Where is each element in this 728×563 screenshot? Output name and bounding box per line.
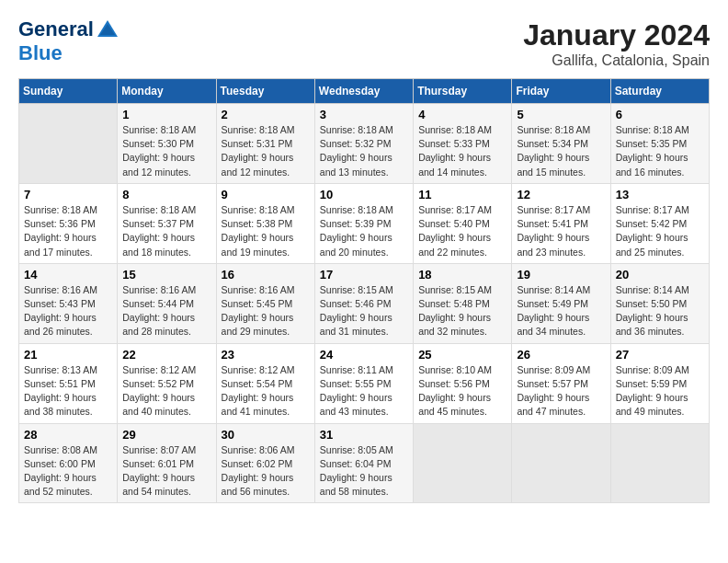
day-info: Sunrise: 8:09 AMSunset: 5:59 PMDaylight:…: [616, 363, 704, 419]
day-number: 13: [616, 188, 704, 201]
day-number: 9: [222, 188, 310, 201]
calendar-table: SundayMondayTuesdayWednesdayThursdayFrid…: [18, 78, 710, 503]
calendar-cell: 7Sunrise: 8:18 AMSunset: 5:36 PMDaylight…: [19, 183, 118, 263]
day-info: Sunrise: 8:15 AMSunset: 5:48 PMDaylight:…: [418, 283, 506, 339]
day-info: Sunrise: 8:11 AMSunset: 5:55 PMDaylight:…: [320, 363, 408, 419]
title-block: January 2024 Gallifa, Catalonia, Spain: [523, 18, 710, 69]
calendar-cell: 28Sunrise: 8:08 AMSunset: 6:00 PMDayligh…: [19, 423, 118, 503]
header-monday: Monday: [118, 79, 216, 104]
header-tuesday: Tuesday: [216, 79, 314, 104]
calendar-cell: 13Sunrise: 8:17 AMSunset: 5:42 PMDayligh…: [610, 183, 709, 263]
calendar-cell: 23Sunrise: 8:12 AMSunset: 5:54 PMDayligh…: [216, 343, 314, 423]
day-info: Sunrise: 8:18 AMSunset: 5:32 PMDaylight:…: [320, 123, 408, 179]
logo: General Blue: [18, 18, 121, 64]
header-sunday: Sunday: [19, 79, 118, 104]
calendar-cell: [414, 423, 512, 503]
calendar-header-row: SundayMondayTuesdayWednesdayThursdayFrid…: [19, 79, 710, 104]
day-number: 29: [122, 428, 210, 442]
day-number: 4: [418, 108, 506, 121]
day-info: Sunrise: 8:12 AMSunset: 5:54 PMDaylight:…: [222, 363, 310, 419]
day-number: 31: [320, 428, 408, 442]
header-friday: Friday: [512, 79, 610, 104]
calendar-cell: 5Sunrise: 8:18 AMSunset: 5:34 PMDaylight…: [512, 104, 610, 184]
day-number: 17: [320, 268, 408, 282]
day-number: 21: [24, 348, 112, 362]
day-info: Sunrise: 8:18 AMSunset: 5:38 PMDaylight:…: [222, 203, 310, 259]
day-number: 15: [122, 268, 210, 282]
day-number: 10: [320, 188, 408, 201]
day-info: Sunrise: 8:14 AMSunset: 5:50 PMDaylight:…: [616, 283, 704, 339]
calendar-cell: [19, 104, 118, 184]
calendar-week-row: 21Sunrise: 8:13 AMSunset: 5:51 PMDayligh…: [19, 343, 710, 423]
header-thursday: Thursday: [414, 79, 512, 104]
header-wednesday: Wednesday: [314, 79, 413, 104]
calendar-cell: 25Sunrise: 8:10 AMSunset: 5:56 PMDayligh…: [414, 343, 512, 423]
day-number: 14: [24, 268, 112, 282]
day-info: Sunrise: 8:18 AMSunset: 5:39 PMDaylight:…: [320, 203, 408, 259]
calendar-week-row: 1Sunrise: 8:18 AMSunset: 5:30 PMDaylight…: [19, 104, 710, 184]
calendar-cell: 14Sunrise: 8:16 AMSunset: 5:43 PMDayligh…: [19, 263, 118, 343]
day-number: 28: [24, 428, 112, 442]
calendar-cell: 22Sunrise: 8:12 AMSunset: 5:52 PMDayligh…: [118, 343, 216, 423]
day-info: Sunrise: 8:18 AMSunset: 5:35 PMDaylight:…: [616, 123, 704, 179]
day-number: 26: [517, 348, 605, 362]
calendar-cell: 26Sunrise: 8:09 AMSunset: 5:57 PMDayligh…: [512, 343, 610, 423]
day-number: 30: [222, 428, 310, 442]
day-number: 18: [418, 268, 506, 282]
day-info: Sunrise: 8:18 AMSunset: 5:31 PMDaylight:…: [222, 123, 310, 179]
calendar-title: January 2024: [523, 18, 710, 52]
day-number: 16: [222, 268, 310, 282]
day-info: Sunrise: 8:18 AMSunset: 5:34 PMDaylight:…: [517, 123, 605, 179]
day-number: 24: [320, 348, 408, 362]
day-number: 8: [122, 188, 210, 201]
day-info: Sunrise: 8:05 AMSunset: 6:04 PMDaylight:…: [320, 443, 408, 500]
day-number: 12: [517, 188, 605, 201]
day-info: Sunrise: 8:17 AMSunset: 5:40 PMDaylight:…: [418, 203, 506, 259]
day-number: 3: [320, 108, 408, 121]
day-info: Sunrise: 8:17 AMSunset: 5:41 PMDaylight:…: [517, 203, 605, 259]
day-number: 25: [418, 348, 506, 362]
calendar-cell: 19Sunrise: 8:14 AMSunset: 5:49 PMDayligh…: [512, 263, 610, 343]
day-info: Sunrise: 8:07 AMSunset: 6:01 PMDaylight:…: [122, 443, 210, 500]
day-number: 23: [222, 348, 310, 362]
calendar-cell: 6Sunrise: 8:18 AMSunset: 5:35 PMDaylight…: [610, 104, 709, 184]
day-number: 27: [616, 348, 704, 362]
day-info: Sunrise: 8:09 AMSunset: 5:57 PMDaylight:…: [517, 363, 605, 419]
day-number: 2: [222, 108, 310, 121]
calendar-cell: 27Sunrise: 8:09 AMSunset: 5:59 PMDayligh…: [610, 343, 709, 423]
calendar-cell: 17Sunrise: 8:15 AMSunset: 5:46 PMDayligh…: [314, 263, 413, 343]
day-info: Sunrise: 8:13 AMSunset: 5:51 PMDaylight:…: [24, 363, 112, 419]
day-number: 6: [616, 108, 704, 121]
day-info: Sunrise: 8:17 AMSunset: 5:42 PMDaylight:…: [616, 203, 704, 259]
day-info: Sunrise: 8:14 AMSunset: 5:49 PMDaylight:…: [517, 283, 605, 339]
day-info: Sunrise: 8:15 AMSunset: 5:46 PMDaylight:…: [320, 283, 408, 339]
day-number: 22: [122, 348, 210, 362]
day-number: 11: [418, 188, 506, 201]
page-header: General Blue January 2024 Gallifa, Catal…: [18, 18, 710, 69]
logo-icon: [96, 18, 119, 42]
calendar-cell: 2Sunrise: 8:18 AMSunset: 5:31 PMDaylight…: [216, 104, 314, 184]
day-number: 1: [122, 108, 210, 121]
day-info: Sunrise: 8:18 AMSunset: 5:37 PMDaylight:…: [122, 203, 210, 259]
calendar-week-row: 28Sunrise: 8:08 AMSunset: 6:00 PMDayligh…: [19, 423, 710, 503]
logo-text: General: [18, 18, 121, 42]
calendar-week-row: 14Sunrise: 8:16 AMSunset: 5:43 PMDayligh…: [19, 263, 710, 343]
calendar-cell: 1Sunrise: 8:18 AMSunset: 5:30 PMDaylight…: [118, 104, 216, 184]
calendar-cell: 30Sunrise: 8:06 AMSunset: 6:02 PMDayligh…: [216, 423, 314, 503]
logo-blue: Blue: [18, 42, 121, 64]
calendar-cell: 16Sunrise: 8:16 AMSunset: 5:45 PMDayligh…: [216, 263, 314, 343]
calendar-cell: 9Sunrise: 8:18 AMSunset: 5:38 PMDaylight…: [216, 183, 314, 263]
day-info: Sunrise: 8:18 AMSunset: 5:30 PMDaylight:…: [122, 123, 210, 179]
calendar-cell: [512, 423, 610, 503]
calendar-cell: 29Sunrise: 8:07 AMSunset: 6:01 PMDayligh…: [118, 423, 216, 503]
calendar-cell: 4Sunrise: 8:18 AMSunset: 5:33 PMDaylight…: [414, 104, 512, 184]
calendar-cell: 8Sunrise: 8:18 AMSunset: 5:37 PMDaylight…: [118, 183, 216, 263]
calendar-cell: 18Sunrise: 8:15 AMSunset: 5:48 PMDayligh…: [414, 263, 512, 343]
day-number: 7: [24, 188, 112, 201]
day-info: Sunrise: 8:10 AMSunset: 5:56 PMDaylight:…: [418, 363, 506, 419]
day-info: Sunrise: 8:16 AMSunset: 5:45 PMDaylight:…: [222, 283, 310, 339]
calendar-cell: 12Sunrise: 8:17 AMSunset: 5:41 PMDayligh…: [512, 183, 610, 263]
calendar-cell: 15Sunrise: 8:16 AMSunset: 5:44 PMDayligh…: [118, 263, 216, 343]
day-number: 19: [517, 268, 605, 282]
day-info: Sunrise: 8:06 AMSunset: 6:02 PMDaylight:…: [222, 443, 310, 500]
